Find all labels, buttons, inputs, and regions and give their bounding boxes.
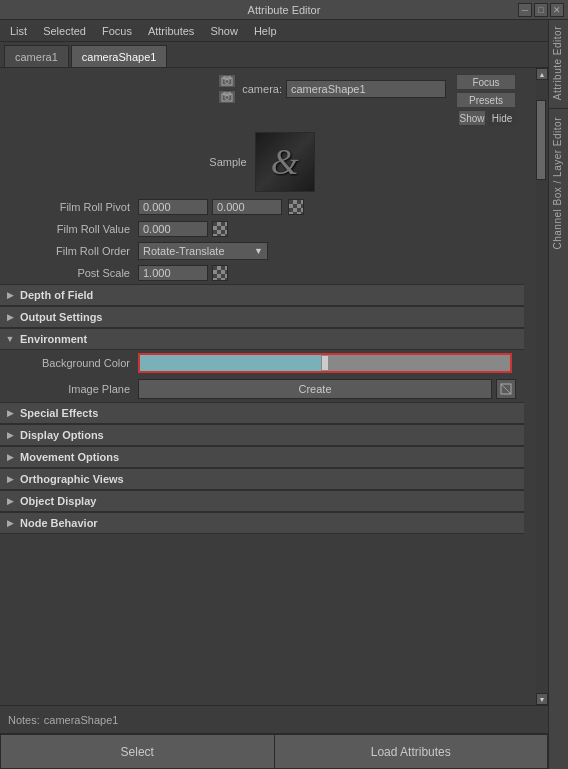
scroll-up-button[interactable]: ▲	[536, 68, 548, 80]
menu-attributes[interactable]: Attributes	[142, 23, 200, 39]
film-roll-value-input[interactable]	[138, 221, 208, 237]
create-button[interactable]: Create	[138, 379, 492, 399]
section-object-display[interactable]: ▶ Object Display	[0, 490, 524, 512]
bg-color-slider[interactable]	[138, 353, 512, 373]
hide-button[interactable]: Hide	[488, 110, 516, 126]
display-expand-icon: ▶	[4, 429, 16, 441]
dropdown-arrow-icon: ▼	[254, 246, 263, 256]
menu-list[interactable]: List	[4, 23, 33, 39]
panel-content: camera: Focus Presets Show Hide	[0, 68, 536, 705]
notes-bar: Notes: cameraShape1	[0, 705, 548, 733]
menu-help[interactable]: Help	[248, 23, 283, 39]
scroll-thumb[interactable]	[536, 100, 546, 180]
film-roll-pivot-checker-icon	[288, 199, 304, 215]
notes-label: Notes:	[8, 714, 40, 726]
sidebar-label-channel-box[interactable]: Channel Box / Layer Editor	[549, 111, 568, 256]
special-title: Special Effects	[20, 407, 98, 419]
menu-bar: List Selected Focus Attributes Show Help	[0, 20, 548, 42]
image-plane-row: Image Plane Create	[0, 376, 524, 402]
menu-selected[interactable]: Selected	[37, 23, 92, 39]
show-hide-row: Show Hide	[458, 110, 516, 126]
film-roll-order-label: Film Roll Order	[8, 245, 138, 257]
display-title: Display Options	[20, 429, 104, 441]
section-special-effects[interactable]: ▶ Special Effects	[0, 402, 524, 424]
main-content: List Selected Focus Attributes Show Help…	[0, 20, 548, 769]
post-scale-label: Post Scale	[8, 267, 138, 279]
sample-thumbnail: &	[255, 132, 315, 192]
post-scale-input[interactable]	[138, 265, 208, 281]
bg-color-label: Background Color	[8, 357, 138, 369]
movement-title: Movement Options	[20, 451, 119, 463]
image-plane-icon-btn[interactable]	[496, 379, 516, 399]
post-scale-row: Post Scale	[0, 262, 524, 284]
film-roll-pivot-x-input[interactable]	[138, 199, 208, 215]
menu-focus[interactable]: Focus	[96, 23, 138, 39]
section-ortho-views[interactable]: ▶ Orthographic Views	[0, 468, 524, 490]
output-title: Output Settings	[20, 311, 103, 323]
scrollable-area: camera: Focus Presets Show Hide	[0, 68, 548, 705]
film-roll-order-dropdown[interactable]: Rotate-Translate ▼	[138, 242, 268, 260]
tabs-row: camera1 cameraShape1	[0, 42, 548, 68]
notes-value: cameraShape1	[44, 714, 119, 726]
camera-name-input[interactable]	[286, 80, 446, 98]
film-roll-value-row: Film Roll Value	[0, 218, 524, 240]
depth-expand-icon: ▶	[4, 289, 16, 301]
node-title: Node Behavior	[20, 517, 98, 529]
right-sidebar: Attribute Editor Channel Box / Layer Edi…	[548, 20, 568, 769]
image-plane-label: Image Plane	[8, 383, 138, 395]
bg-slider-thumb[interactable]	[321, 355, 329, 371]
section-depth-of-field[interactable]: ▶ Depth of Field	[0, 284, 524, 306]
section-output-settings[interactable]: ▶ Output Settings	[0, 306, 524, 328]
film-roll-pivot-row: Film Roll Pivot	[0, 196, 524, 218]
sample-row: Sample &	[0, 128, 524, 196]
film-roll-pivot-label: Film Roll Pivot	[8, 201, 138, 213]
presets-button[interactable]: Presets	[456, 92, 516, 108]
window-controls: ─ □ ✕	[518, 3, 564, 17]
section-display-options[interactable]: ▶ Display Options	[0, 424, 524, 446]
section-environment[interactable]: ▼ Environment	[0, 328, 524, 350]
title-bar: Attribute Editor ─ □ ✕	[0, 0, 568, 20]
sample-label: Sample	[209, 156, 246, 168]
film-roll-value-checker-icon	[212, 221, 228, 237]
svg-point-2	[225, 80, 229, 84]
maximize-button[interactable]: □	[534, 3, 548, 17]
ortho-title: Orthographic Views	[20, 473, 124, 485]
scroll-down-button[interactable]: ▼	[536, 693, 548, 705]
minimize-button[interactable]: ─	[518, 3, 532, 17]
section-movement-options[interactable]: ▶ Movement Options	[0, 446, 524, 468]
sidebar-label-attr-editor[interactable]: Attribute Editor	[549, 20, 568, 106]
object-title: Object Display	[20, 495, 96, 507]
camera-icon-top[interactable]	[218, 74, 236, 88]
node-expand-icon: ▶	[4, 517, 16, 529]
bottom-bar: Select Load Attributes	[0, 733, 548, 769]
ortho-expand-icon: ▶	[4, 473, 16, 485]
close-button[interactable]: ✕	[550, 3, 564, 17]
scrollbar[interactable]: ▲ ▼	[536, 68, 548, 705]
special-expand-icon: ▶	[4, 407, 16, 419]
window-title: Attribute Editor	[248, 4, 321, 16]
camera-label: camera:	[242, 83, 282, 95]
environment-expand-icon: ▼	[4, 333, 16, 345]
background-color-row: Background Color	[0, 350, 524, 376]
svg-point-5	[225, 96, 229, 100]
focus-button[interactable]: Focus	[456, 74, 516, 90]
film-roll-pivot-y-input[interactable]	[212, 199, 282, 215]
post-scale-checker-icon	[212, 265, 228, 281]
svg-line-7	[501, 384, 511, 394]
scroll-track[interactable]	[536, 80, 546, 693]
output-expand-icon: ▶	[4, 311, 16, 323]
tab-camerashape1[interactable]: cameraShape1	[71, 45, 168, 67]
select-button[interactable]: Select	[0, 734, 274, 769]
depth-title: Depth of Field	[20, 289, 93, 301]
tab-camera1[interactable]: camera1	[4, 45, 69, 67]
object-expand-icon: ▶	[4, 495, 16, 507]
environment-title: Environment	[20, 333, 87, 345]
load-attributes-button[interactable]: Load Attributes	[274, 734, 549, 769]
show-button[interactable]: Show	[458, 110, 486, 126]
film-roll-value-label: Film Roll Value	[8, 223, 138, 235]
film-roll-order-row: Film Roll Order Rotate-Translate ▼	[0, 240, 524, 262]
camera-icon-bottom[interactable]	[218, 90, 236, 104]
menu-show[interactable]: Show	[204, 23, 244, 39]
section-node-behavior[interactable]: ▶ Node Behavior	[0, 512, 524, 534]
movement-expand-icon: ▶	[4, 451, 16, 463]
